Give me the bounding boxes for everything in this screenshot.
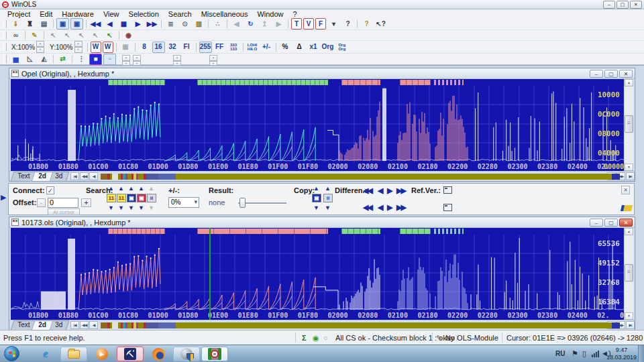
scroll-thumb[interactable]: [625, 264, 633, 282]
tab-2d[interactable]: 2d: [32, 172, 54, 182]
menu-item-project[interactable]: Project: [3, 10, 35, 18]
copy-info-icon[interactable]: ii: [323, 194, 333, 202]
value-window-icon[interactable]: V: [303, 18, 314, 29]
deselect-map-icon[interactable]: ↖: [89, 29, 102, 41]
forward-icon[interactable]: ▶: [272, 18, 285, 29]
width-32bit-icon[interactable]: 32: [166, 42, 179, 53]
snapshot-icon[interactable]: ◉: [122, 29, 135, 41]
width-16bit-icon[interactable]: 16: [152, 42, 165, 53]
vertical-scrollbar[interactable]: ▲ ▼: [624, 228, 633, 320]
search-up-arrow[interactable]: ▲: [148, 185, 153, 192]
search-doc-icon[interactable]: ⊙: [178, 18, 191, 29]
hexdump-2d-chart[interactable]: [11, 235, 627, 311]
search-down-arrow[interactable]: ▼: [108, 204, 113, 211]
org-org-icon[interactable]: Org Org: [335, 42, 348, 53]
refver-window-icon[interactable]: [443, 186, 452, 194]
result-slider-thumb[interactable]: [239, 198, 246, 208]
offset-plus-button[interactable]: +: [81, 198, 91, 207]
factor-icon[interactable]: x1: [307, 42, 320, 53]
language-indicator[interactable]: RU: [555, 350, 565, 362]
search-down-arrow[interactable]: ▼: [138, 204, 143, 211]
scroll-up-button[interactable]: ▲: [625, 228, 633, 235]
print-icon[interactable]: ▤: [38, 18, 50, 29]
swap-axes-icon[interactable]: ⇄: [56, 54, 69, 65]
scroll-up-button[interactable]: ▲: [625, 79, 633, 86]
map-list-icon[interactable]: ≣: [164, 18, 177, 29]
at-cursor-button[interactable]: At cursor: [48, 208, 80, 215]
filled-view-icon[interactable]: ■: [89, 54, 102, 65]
window-minimize-button[interactable]: –: [590, 219, 603, 227]
menu-item-window[interactable]: Window: [252, 10, 288, 18]
minimize-button[interactable]: –: [603, 1, 615, 9]
panel-close-button[interactable]: ✕: [621, 186, 630, 194]
differen-next-all-button[interactable]: ▶▶: [396, 203, 405, 212]
selection-block[interactable]: [108, 80, 165, 85]
scroll-down-button[interactable]: ▼: [625, 312, 633, 320]
sign-icon[interactable]: +/-: [260, 42, 273, 53]
hexdump-window-opel[interactable]: Opel (Original), , Hexdump * – ▢ ✕ 01B00…: [9, 68, 635, 182]
scroll-left-button-2[interactable]: ◀: [89, 321, 98, 329]
preview-icon[interactable]: ∞: [9, 29, 22, 41]
view-graph-icon[interactable]: W: [103, 42, 113, 53]
scatter-icon[interactable]: ∴: [211, 18, 224, 29]
selection-block[interactable]: [400, 80, 431, 85]
search-up-arrow[interactable]: ▲: [138, 185, 143, 192]
window-close-button[interactable]: ✕: [619, 70, 633, 78]
vertical-scrollbar[interactable]: ▲ ▼: [624, 79, 633, 171]
width-8bit-icon[interactable]: 8: [138, 42, 151, 53]
percent-icon[interactable]: %: [279, 42, 292, 53]
scroll-down-button[interactable]: ▼: [625, 164, 633, 171]
search-map-blue-icon[interactable]: ▣: [127, 194, 136, 202]
differen-prev-button[interactable]: ◀: [378, 186, 382, 195]
upload-icon[interactable]: ↥: [258, 18, 271, 29]
copy-down-arrow[interactable]: ▼: [325, 204, 329, 211]
y-zoom-stepper[interactable]: ▲▼: [74, 41, 83, 53]
last-version-icon[interactable]: ▶▶: [146, 18, 158, 29]
taskbar-firefox-button[interactable]: [145, 347, 172, 361]
toolbar-grip[interactable]: [3, 55, 7, 63]
differen-prev-all-button[interactable]: ◀◀: [363, 186, 372, 195]
scroll-left-button-2[interactable]: ◀: [89, 172, 98, 180]
line-view-icon[interactable]: ▫: [103, 54, 116, 65]
selection-block[interactable]: [434, 229, 464, 234]
spinner-down-button[interactable]: ▼: [74, 47, 83, 53]
refver-window-icon-2[interactable]: [443, 204, 452, 211]
selection-block[interactable]: [341, 229, 380, 234]
scroll-left-button-0[interactable]: |◀: [70, 172, 79, 180]
width-float-icon[interactable]: Fl: [180, 42, 193, 53]
search-selection-alt-icon[interactable]: 11: [117, 194, 126, 202]
copy-up-arrow[interactable]: ▲: [313, 185, 318, 192]
selection-block[interactable]: [400, 229, 431, 234]
selection-block[interactable]: [197, 80, 328, 85]
window-close-button[interactable]: ✕: [619, 219, 633, 227]
maximize-button[interactable]: ▢: [616, 1, 629, 9]
spinner-up-button[interactable]: ▲: [36, 41, 44, 47]
tray-device-icon[interactable]: ▯: [582, 349, 586, 362]
minimap[interactable]: [101, 322, 604, 328]
differen-prev-button[interactable]: ◀: [378, 203, 382, 212]
display-hex-icon[interactable]: FF: [213, 42, 226, 53]
text-window-icon[interactable]: T: [291, 18, 302, 29]
select-map-icon[interactable]: ↖: [61, 29, 74, 41]
minimap[interactable]: [101, 174, 604, 180]
scroll-left-button-1[interactable]: ◀◀: [80, 172, 89, 180]
grid-columns-icon[interactable]: ▦: [119, 42, 132, 53]
toolbar-grip[interactable]: [3, 32, 7, 40]
toolbar-grip[interactable]: [3, 43, 7, 51]
scroll-left-button-1[interactable]: ◀◀: [80, 321, 89, 329]
copy-map-icon[interactable]: ▣: [312, 194, 321, 202]
client-manager-icon[interactable]: ♜: [23, 18, 36, 29]
view-text-icon[interactable]: W: [91, 42, 101, 53]
dot-line-icon[interactable]: ⋮: [75, 54, 88, 65]
back-icon[interactable]: ◀: [230, 18, 243, 29]
chart-pencil-icon[interactable]: ◺: [23, 54, 36, 65]
spinner-down-button[interactable]: ▼: [36, 47, 44, 53]
selection-block[interactable]: [434, 80, 464, 85]
marker-pens-icon[interactable]: ✎: [28, 29, 41, 41]
selection-block[interactable]: [108, 229, 165, 234]
tray-flag-icon[interactable]: ⚑: [572, 349, 578, 362]
copy-down-arrow[interactable]: ▼: [313, 204, 318, 211]
search-up-arrow[interactable]: ▲: [118, 185, 123, 192]
prev-version-icon[interactable]: ◀: [103, 18, 116, 29]
menu-item-[interactable]: ?: [288, 10, 302, 18]
